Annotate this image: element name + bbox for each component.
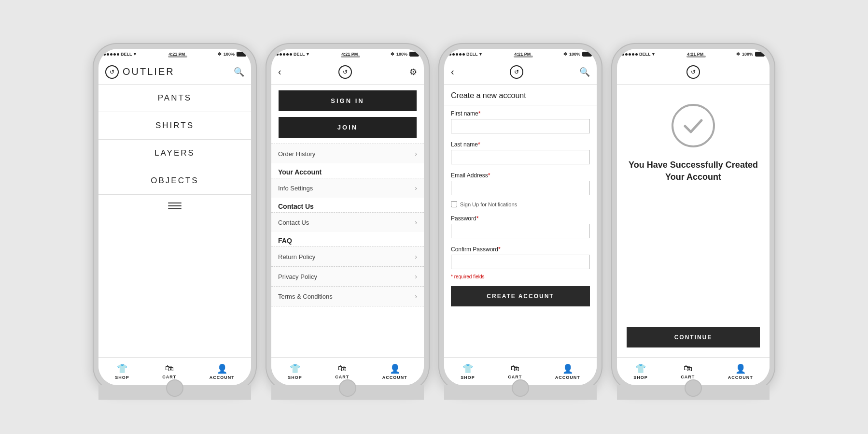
account-icon-3: 👤 [562,363,573,374]
nav-cart-2[interactable]: 🛍 CART [335,363,349,379]
nav-cart-4[interactable]: 🛍 CART [681,363,695,379]
battery-icon-3 [582,52,592,57]
email-input[interactable] [451,181,590,195]
nav-shop-4[interactable]: 👕 SHOP [633,363,648,380]
order-history-chevron: › [415,150,417,158]
back-button-3[interactable]: ‹ [451,66,454,77]
cart-icon-1: 🛍 [165,363,174,374]
notifications-checkbox[interactable] [451,201,457,207]
shop-label-1: SHOP [115,375,129,380]
contact-us-row[interactable]: Contact Us › [271,212,424,232]
order-history-label: Order History [278,150,315,158]
logo-circle-4: ↺ [686,65,700,79]
info-settings-row[interactable]: Info Settings › [271,178,424,198]
home-button-1[interactable] [166,379,183,397]
home-button-3[interactable] [512,379,529,397]
last-name-input[interactable] [451,150,590,164]
carrier-3: BELL [466,52,478,57]
nav-account-3[interactable]: 👤 ACCOUNT [555,363,580,380]
header-center-3: ↺ [510,65,523,79]
nav-cart-3[interactable]: 🛍 CART [508,363,522,379]
info-settings-chevron: › [415,184,417,192]
terms-conditions-row[interactable]: Terms & Conditions › [271,286,424,306]
logo-circle: ↺ [105,65,119,79]
battery-label-4: 100% [742,52,753,57]
logo-text: OUTLIER [123,66,175,77]
shop-icon-1: 👕 [117,363,127,374]
battery-label-3: 100% [569,52,580,57]
success-checkmark [672,104,715,147]
password-group: Password* [444,210,597,241]
create-account-button[interactable]: CREATE ACCOUNT [451,286,590,306]
nav-account-1[interactable]: 👤 ACCOUNT [210,363,235,380]
cart-label-4: CART [681,375,695,379]
back-button-2[interactable]: ‹ [278,66,281,77]
terms-conditions-chevron: › [415,292,417,300]
first-name-input[interactable] [451,119,590,133]
status-bar-2: BELL ▾ 4:21 PM ✻ 100% [271,49,424,59]
menu-item-layers[interactable]: LAYERS [98,140,251,167]
gear-icon-2[interactable]: ⚙ [409,67,417,77]
nav-shop-1[interactable]: 👕 SHOP [115,363,129,380]
battery-icon-4 [755,52,765,57]
carrier-2: BELL [294,52,305,57]
account-icon-1: 👤 [217,363,227,374]
home-button-4[interactable] [685,379,702,397]
account-label-3: ACCOUNT [555,375,580,380]
app-logo: ↺ OUTLIER [105,65,175,79]
search-icon-3[interactable]: 🔍 [579,67,590,77]
success-text: You Have Successfully Created Your Accou… [627,159,760,183]
header-center-4: ↺ [686,65,700,79]
battery-icon-1 [237,52,246,57]
contact-us-label: Contact Us [278,219,309,226]
cart-icon-2: 🛍 [338,363,347,374]
phone-1: BELL ▾ 4:21 PM ✻ 100% ↺ OUTLIER 🔍 PANTS … [93,43,257,391]
shop-icon-2: 👕 [290,363,300,374]
continue-button[interactable]: CONTINUE [627,327,760,347]
logo-symbol-2: ↺ [343,69,348,75]
nav-account-2[interactable]: 👤 ACCOUNT [382,363,407,380]
confirm-password-group: Confirm Password* [444,241,597,272]
menu-item-objects[interactable]: OBJECTS [98,167,251,195]
header-center-2: ↺ [338,65,352,79]
your-account-header: Your Account [271,163,424,178]
battery-label-2: 100% [396,52,407,57]
join-button[interactable]: JOIN [279,117,417,138]
logo-symbol-4: ↺ [691,69,696,75]
form-title: Create a new account [444,85,597,105]
bluetooth-icon-4: ✻ [736,52,740,57]
app-header-4: ↺ [617,59,770,85]
battery-label-1: 100% [224,52,235,57]
confirm-password-input[interactable] [451,255,590,269]
order-history-row[interactable]: Order History › [271,144,424,163]
nav-cart-1[interactable]: 🛍 CART [162,363,176,379]
privacy-policy-row[interactable]: Privacy Policy › [271,266,424,286]
nav-shop-3[interactable]: 👕 SHOP [461,363,475,380]
nav-account-4[interactable]: 👤 ACCOUNT [728,363,753,380]
account-icon-2: 👤 [390,363,400,374]
account-label-1: ACCOUNT [210,375,235,380]
time-4: 4:21 PM [687,52,703,57]
nav-shop-2[interactable]: 👕 SHOP [288,363,302,380]
return-policy-label: Return Policy [278,253,315,260]
menu-item-shirts[interactable]: SHIRTS [98,112,251,140]
contact-us-chevron: › [415,218,417,226]
return-policy-chevron: › [415,253,417,260]
time-3: 4:21 PM [514,52,531,57]
shop-label-4: SHOP [633,375,648,380]
sign-in-button[interactable]: SIGN IN [279,90,417,111]
password-input[interactable] [451,224,590,238]
wifi-icon-4: ▾ [652,52,655,57]
cart-label-1: CART [162,375,176,379]
status-bar-1: BELL ▾ 4:21 PM ✻ 100% [98,49,251,59]
home-button-2[interactable] [339,379,356,397]
logo-symbol-3: ↺ [514,69,519,75]
return-policy-row[interactable]: Return Policy › [271,246,424,266]
hamburger-menu[interactable] [98,195,251,217]
menu-item-pants[interactable]: PANTS [98,85,251,112]
search-icon-1[interactable]: 🔍 [234,67,244,77]
shop-label-3: SHOP [461,375,475,380]
time-2: 4:21 PM [341,52,358,57]
app-header-1: ↺ OUTLIER 🔍 [98,59,251,85]
status-bar-4: BELL ▾ 4:21 PM ✻ 100% [617,49,770,59]
